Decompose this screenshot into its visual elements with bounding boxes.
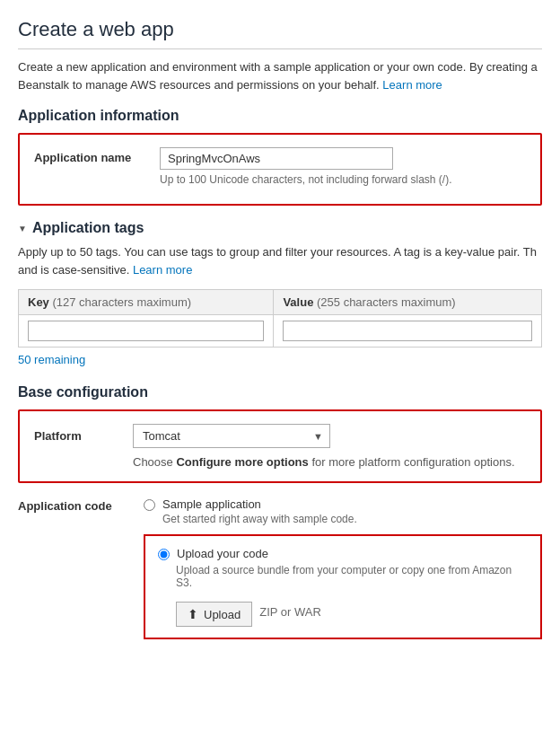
page-title: Create a web app xyxy=(18,18,542,41)
tags-value-cell xyxy=(274,315,542,348)
platform-box: Platform Tomcat Java Node.js .NET PHP Py… xyxy=(18,409,542,483)
tags-table: Key (127 characters maximum) Value (255 … xyxy=(18,289,542,348)
tags-key-cell xyxy=(19,315,274,348)
app-name-box: Application name Up to 100 Unicode chara… xyxy=(18,133,542,206)
tags-key-input[interactable] xyxy=(28,321,264,341)
tags-learn-more-link[interactable]: Learn more xyxy=(133,263,192,277)
tags-description: Apply up to 50 tags. You can use tags to… xyxy=(18,243,542,278)
upload-code-desc: Upload a source bundle from your compute… xyxy=(176,564,528,589)
upload-file-hint: ZIP or WAR xyxy=(259,605,321,619)
tags-value-input[interactable] xyxy=(283,321,532,341)
platform-label: Platform xyxy=(34,429,133,443)
app-code-section: Application code Sample application Get … xyxy=(18,497,542,639)
app-code-label: Application code xyxy=(18,497,144,513)
configure-more-options-text: Configure more options xyxy=(176,455,308,469)
upload-code-box: Upload your code Upload a source bundle … xyxy=(144,534,542,639)
sample-app-desc: Get started right away with sample code. xyxy=(162,513,357,525)
app-code-options: Sample application Get started right awa… xyxy=(144,497,542,639)
upload-action-row: ⬆ Upload ZIP or WAR xyxy=(176,596,528,627)
app-name-field-wrap: Up to 100 Unicode characters, not includ… xyxy=(160,147,526,186)
table-row xyxy=(19,315,542,348)
tags-remaining: 50 remaining xyxy=(18,353,542,366)
upload-button[interactable]: ⬆ Upload xyxy=(176,602,252,627)
base-config-title: Base configuration xyxy=(18,384,542,400)
sample-app-option: Sample application Get started right awa… xyxy=(144,497,542,525)
app-tags-header[interactable]: ▼ Application tags xyxy=(18,220,542,236)
upload-icon: ⬆ xyxy=(188,607,198,621)
app-name-hint: Up to 100 Unicode characters, not includ… xyxy=(160,173,526,186)
tags-arrow-icon: ▼ xyxy=(18,224,27,233)
app-name-input[interactable] xyxy=(160,147,393,170)
platform-hint: Choose Configure more options for more p… xyxy=(133,455,526,469)
platform-select[interactable]: Tomcat Java Node.js .NET PHP Python Ruby… xyxy=(133,424,330,448)
platform-select-wrap: Tomcat Java Node.js .NET PHP Python Ruby… xyxy=(133,424,330,448)
tags-value-header: Value (255 characters maximum) xyxy=(274,290,542,315)
upload-code-label: Upload your code xyxy=(177,547,268,560)
app-information-title: Application information xyxy=(18,108,542,124)
intro-learn-more-link[interactable]: Learn more xyxy=(382,78,442,92)
upload-code-radio[interactable] xyxy=(158,549,170,560)
app-tags-title: Application tags xyxy=(32,220,144,236)
app-name-label: Application name xyxy=(34,147,160,164)
sample-app-radio[interactable] xyxy=(144,499,155,511)
sample-app-label: Sample application xyxy=(162,497,357,511)
upload-code-option: Upload your code xyxy=(158,547,528,560)
tags-key-header: Key (127 characters maximum) xyxy=(19,290,274,315)
intro-text: Create a new application and environment… xyxy=(18,58,542,93)
